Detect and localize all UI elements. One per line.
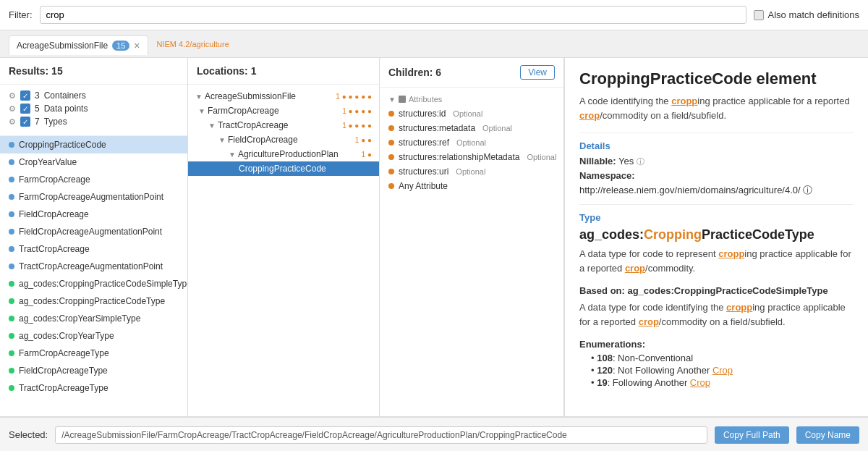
child-dot-3 [388,154,394,160]
tree-dots-0: 1 ● ● ● ● ● [336,93,372,101]
dot-2 [9,177,14,182]
list-item-agcodescrop1[interactable]: ag_codes:CroppingPracticeCodeSimpleType [0,275,187,292]
tree-dots-4: 1 ● [362,151,372,159]
list-item-tractcropacreagetype[interactable]: TractCropAcreageType [0,379,187,397]
list-item-tractcropacreage[interactable]: TractCropAcreage [0,240,187,258]
containers-count: 3 [35,90,40,101]
expand-icon-1: ▼ [198,107,205,115]
view-button[interactable]: View [520,65,555,80]
tree-label-3: FieldCropAcreage [228,135,298,145]
child-item-relmetadata[interactable]: structures:relationshipMetadata Optional [380,150,563,164]
list-item-croppingpracticecode[interactable]: CroppingPracticeCode [0,136,187,153]
dot-13 [9,368,14,374]
tree-row-fieldcropacreage[interactable]: ▼ FieldCropAcreage 1 ● ● [188,132,379,147]
list-item-fieldcropacreagetype[interactable]: FieldCropAcreageType [0,362,187,379]
tree-row-agricultureproductionplan[interactable]: ▼ AgricultureProductionPlan 1 ● [188,147,379,161]
highlight-cropp: cropp [671,96,697,106]
filter-datapoints[interactable]: ⚙ ✓ 5 Data points [9,104,179,114]
child-dot-4 [388,169,394,174]
tree-label-5: CroppingPracticeCode [239,164,326,174]
filter-types[interactable]: ⚙ ✓ 7 Types [9,117,179,127]
child-item-anyattribute[interactable]: Any Attribute [380,179,563,193]
section-icon [399,96,406,103]
check-containers: ✓ [20,90,30,101]
list-item-farmcropacreagetype[interactable]: FarmCropAcreageType [0,345,187,362]
highlight-based-crop: cropp [726,302,752,313]
dot-12 [9,350,14,356]
tree-row-croppingpracticecode[interactable]: CroppingPracticeCode [188,161,379,176]
selected-path-input[interactable] [55,426,707,444]
collapse-icon: ▼ [388,96,396,104]
optional-1: Optional [482,124,512,132]
tree-row-tractcropacreage[interactable]: ▼ TractCropAcreage 1 ● ● ● ● [188,118,379,132]
name-3: FarmCropAcreageAugmentationPoint [19,192,163,202]
child-dot-5 [388,183,394,189]
based-on: Based on: ag_codes:CroppingPracticeCodeS… [579,285,854,296]
name-7: TractCropAcreageAugmentationPoint [19,261,163,271]
nillable-label: Nillable: [579,156,616,167]
optional-0: Optional [453,109,482,118]
list-item-tractcropacreageaug[interactable]: TractCropAcreageAugmentationPoint [0,258,187,275]
tree-label-4: AgricultureProductionPlan [238,149,339,159]
detail-title: CroppingPracticeCode element [579,69,854,88]
based-on-desc: A data type for code identifying the cro… [579,300,854,329]
tree-dots-1: 1 ● ● ● ● [342,107,372,115]
copy-full-path-button[interactable]: Copy Full Path [715,426,789,444]
child-name-5: Any Attribute [399,181,448,191]
dot-4 [9,211,14,217]
filter-input[interactable] [40,6,746,24]
name-5: FieldCropAcreageAugmentationPoint [19,227,162,237]
list-item-farmcropacreage[interactable]: FarmCropAcreage [0,171,187,188]
enum-item-120: • 120: Not Following Another Crop [591,365,854,376]
highlight-type-crop2: crop [625,263,645,274]
tree-row-acreagesubmissionfile[interactable]: ▼ AcreageSubmissionFile 1 ● ● ● ● ● [188,89,379,104]
child-item-metadata[interactable]: structures:metadata Optional [380,121,563,135]
child-name-1: structures:metadata [399,123,475,133]
section-label: Attributes [409,95,442,104]
namespace-property: Namespace: [579,170,854,181]
tree-label-0: AcreageSubmissionFile [205,91,296,101]
dot-10 [9,316,14,321]
child-dot-2 [388,140,394,146]
nillable-property: Nillable: Yes ⓘ [579,156,854,167]
info-icon-nillable[interactable]: ⓘ [637,157,644,166]
gear-icon-types: ⚙ [9,117,16,127]
expand-icon-4: ▼ [229,151,236,159]
tab-acreage[interactable]: AcreageSubmissionFile 15 × [9,35,148,55]
list-item-fieldcropacreageaug[interactable]: FieldCropAcreageAugmentationPoint [0,223,187,240]
tab-close-icon[interactable]: × [134,40,140,51]
list-item-agcodescrop4[interactable]: ag_codes:CropYearType [0,327,187,345]
dot-0 [9,142,14,148]
dot-9 [9,298,14,304]
info-icon-namespace[interactable]: ⓘ [803,185,812,195]
tab-subtitle: NIEM 4.2/agriculture [157,40,229,49]
list-item-cropyearvalue[interactable]: CropYearValue [0,153,187,171]
list-item-agcodescrop3[interactable]: ag_codes:CropYearSimpleType [0,310,187,327]
results-header: Results: 15 [0,58,187,85]
child-item-ref[interactable]: structures:ref Optional [380,135,563,150]
list-item-fieldcropacreage[interactable]: FieldCropAcreage [0,206,187,223]
nillable-value: Yes [618,156,634,167]
name-10: ag_codes:CropYearSimpleType [19,313,140,324]
also-match-checkbox[interactable] [754,10,764,20]
copy-name-button[interactable]: Copy Name [796,426,859,444]
filter-containers[interactable]: ⚙ ✓ 3 Containers [9,90,179,101]
name-11: ag_codes:CropYearType [19,331,114,341]
bottom-bar: Selected: Copy Full Path Copy Name [0,417,868,451]
highlight-type: Cropping [644,227,702,242]
gear-icon-containers: ⚙ [9,91,16,101]
name-0: CroppingPracticeCode [19,140,106,150]
dot-1 [9,159,14,165]
locations-header: Locations: 1 [188,58,379,85]
type-name: ag_codes:CroppingPracticeCodeType [579,227,854,243]
child-item-id[interactable]: structures:id Optional [380,106,563,121]
expand-icon-3: ▼ [218,136,226,144]
optional-3: Optional [527,153,556,161]
dot-8 [9,281,14,287]
child-item-uri[interactable]: structures:uri Optional [380,164,563,179]
tab-bar: AcreageSubmissionFile 15 × NIEM 4.2/agri… [0,30,868,58]
list-item-farmcropacreageaugmentation[interactable]: FarmCropAcreageAugmentationPoint [0,188,187,206]
tree-row-farmcropacreage[interactable]: ▼ FarmCropAcreage 1 ● ● ● ● [188,104,379,118]
list-item-agcodescrop2[interactable]: ag_codes:CroppingPracticeCodeType [0,292,187,310]
optional-4: Optional [456,167,485,176]
